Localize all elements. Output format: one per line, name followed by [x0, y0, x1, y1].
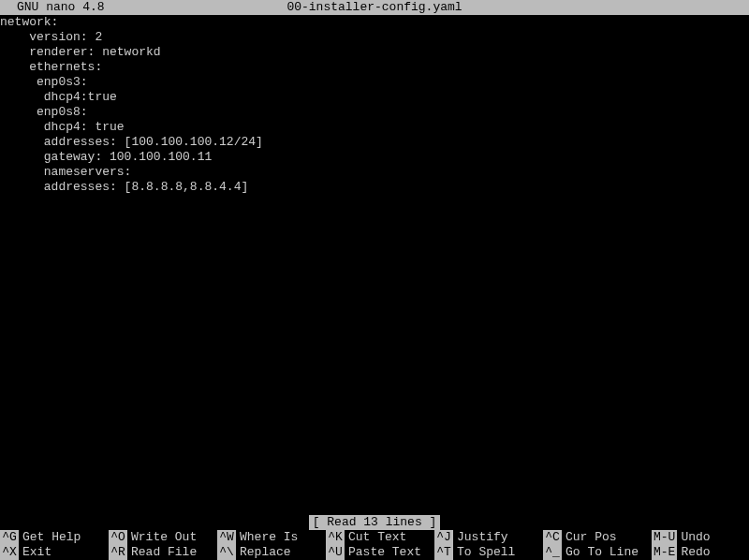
shortcut-key: ^O: [109, 530, 127, 545]
shortcut-key: ^G: [0, 530, 19, 545]
shortcut-label: Get Help: [22, 530, 81, 545]
shortcut-item[interactable]: ^GGet Help: [0, 530, 109, 545]
shortcut-item[interactable]: ^WWhere Is: [217, 530, 326, 545]
shortcut-label: Cut Text: [348, 530, 406, 545]
shortcut-label: Cur Pos: [565, 530, 617, 545]
editor-content[interactable]: network: version: 2 renderer: networkd e…: [0, 15, 749, 195]
shortcut-key: ^U: [326, 545, 345, 560]
shortcut-key: ^K: [326, 530, 345, 545]
shortcut-key: ^X: [0, 545, 19, 560]
shortcut-label: Write Out: [131, 530, 197, 545]
shortcut-key: ^C: [543, 530, 562, 545]
shortcut-key: ^_: [543, 545, 562, 560]
shortcut-item[interactable]: M-ERedo: [652, 545, 736, 560]
filename: 00-installer-config.yaml: [0, 0, 749, 15]
shortcut-item[interactable]: ^JJustify: [434, 530, 543, 545]
shortcut-label: Paste Text: [348, 545, 421, 560]
shortcut-key: ^T: [434, 545, 453, 560]
shortcut-row-2: ^XExit^RRead File^\Replace^UPaste Text^T…: [0, 545, 749, 560]
shortcut-item[interactable]: ^UPaste Text: [326, 545, 434, 560]
shortcut-key: M-U: [652, 530, 677, 545]
shortcut-label: Go To Line: [565, 545, 639, 560]
shortcut-item[interactable]: ^\Replace: [217, 545, 326, 560]
shortcut-label: Where Is: [240, 530, 298, 545]
shortcut-label: To Spell: [457, 545, 515, 560]
title-bar: GNU nano 4.8 00-installer-config.yaml: [0, 0, 749, 15]
shortcut-label: Undo: [681, 530, 710, 545]
shortcut-label: Exit: [22, 545, 51, 560]
shortcut-label: Read File: [131, 545, 197, 560]
shortcut-key: ^\: [217, 545, 236, 560]
shortcut-item[interactable]: ^KCut Text: [326, 530, 434, 545]
shortcut-item[interactable]: M-UUndo: [652, 530, 736, 545]
shortcut-item[interactable]: ^RRead File: [109, 545, 217, 560]
shortcut-bar: ^GGet Help^OWrite Out^WWhere Is^KCut Tex…: [0, 530, 749, 560]
shortcut-item[interactable]: ^CCur Pos: [543, 530, 652, 545]
shortcut-item[interactable]: ^OWrite Out: [109, 530, 217, 545]
shortcut-key: M-E: [652, 545, 677, 560]
status-message: [ Read 13 lines ]: [309, 515, 441, 530]
shortcut-key: ^W: [217, 530, 236, 545]
shortcut-item[interactable]: ^TTo Spell: [434, 545, 543, 560]
shortcut-key: ^R: [109, 545, 127, 560]
status-bar: [ Read 13 lines ]: [0, 515, 749, 530]
shortcut-label: Replace: [240, 545, 291, 560]
shortcut-label: Justify: [457, 530, 508, 545]
shortcut-label: Redo: [681, 545, 710, 560]
shortcut-item[interactable]: ^_Go To Line: [543, 545, 652, 560]
shortcut-row-1: ^GGet Help^OWrite Out^WWhere Is^KCut Tex…: [0, 530, 749, 545]
shortcut-item[interactable]: ^XExit: [0, 545, 109, 560]
shortcut-key: ^J: [434, 530, 453, 545]
